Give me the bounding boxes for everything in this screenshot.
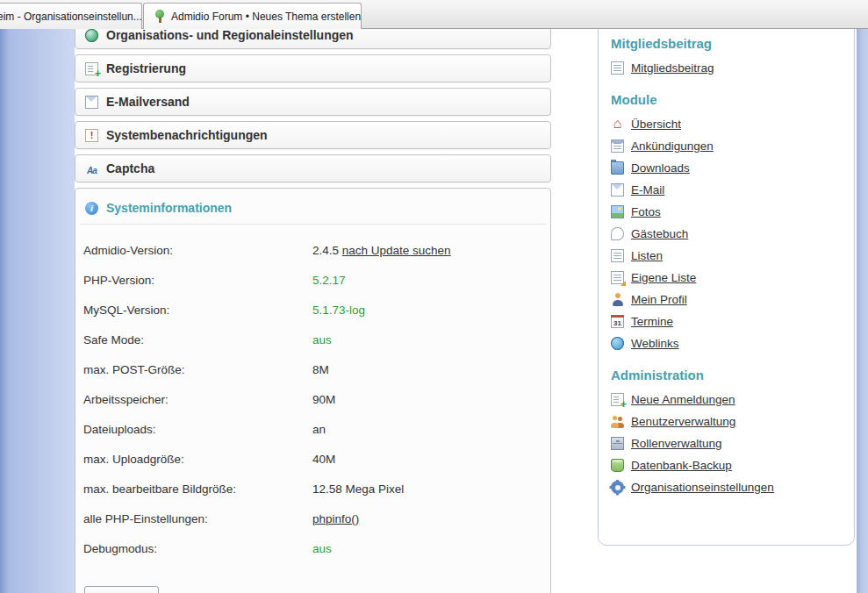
- notification-icon: [85, 129, 98, 142]
- sidebar-link[interactable]: Übersicht: [631, 118, 681, 131]
- page-left-margin: [0, 0, 75, 593]
- accordion-panel-e-mailversand[interactable]: E-Mailversand: [75, 88, 551, 116]
- sysinfo-value: 2.4.5 nach Update suchen: [312, 244, 451, 257]
- sidebar-link[interactable]: Ankündigungen: [631, 139, 714, 153]
- sidebar-link[interactable]: E-Mail: [631, 183, 664, 196]
- sysinfo-rows: Admidio-Version:2.4.5 nach Update suchen…: [75, 235, 550, 563]
- sysinfo-label: max. bearbeitbare Bildgröße:: [75, 482, 312, 496]
- sidebar-item-benutzerverwaltung[interactable]: Benutzerverwaltung: [611, 415, 854, 428]
- update-check-link[interactable]: nach Update suchen: [342, 244, 451, 257]
- sidebar-link[interactable]: Mein Profil: [631, 293, 687, 306]
- email-icon: [611, 183, 624, 196]
- sysinfo-label: PHP-Version:: [75, 274, 312, 287]
- tab-label: eim - Organisationseinstellun...: [0, 11, 142, 23]
- sidebar-item-weblinks[interactable]: Weblinks: [611, 337, 854, 350]
- panel-label: E-Mailversand: [106, 95, 190, 109]
- system-information-title: Systeminformationen: [106, 201, 232, 215]
- weblink-icon: [611, 337, 624, 350]
- sidebar-item-übersicht[interactable]: Übersicht: [611, 118, 854, 131]
- panel-label: Organisations- und Regionaleinstellungen: [106, 28, 354, 42]
- accordion-panel-captcha[interactable]: Captcha: [75, 154, 551, 182]
- sidebar-item-listen[interactable]: Listen: [611, 249, 854, 262]
- sidebar-section-module: ModuleÜbersichtAnkündigungenDownloadsE-M…: [611, 92, 854, 350]
- home-icon: [611, 118, 624, 131]
- backup-icon: [611, 459, 624, 472]
- sysinfo-row: alle PHP-Einstellungen:phpinfo(): [75, 504, 550, 533]
- mail-send-icon: [85, 96, 98, 109]
- sysinfo-row: max. Uploadgröße:40M: [75, 444, 550, 474]
- panel-label: Captcha: [106, 161, 154, 175]
- new-registration-icon: [611, 393, 624, 406]
- sidebar-link[interactable]: Datenbank-Backup: [631, 459, 732, 472]
- roles-icon: [611, 437, 624, 450]
- sysinfo-row: Arbeitsspeicher:90M: [75, 384, 550, 414]
- sysinfo-row: max. bearbeitbare Bildgröße:12.58 Mega P…: [75, 474, 550, 504]
- download-icon: [611, 161, 624, 175]
- sidebar-item-gästebuch[interactable]: Gästebuch: [611, 227, 854, 240]
- accordion-panels: Organisations- und Regionaleinstellungen…: [75, 21, 551, 182]
- sysinfo-value: aus: [312, 542, 332, 555]
- calendar-icon: [611, 315, 624, 328]
- sidebar-section-title: Module: [611, 92, 854, 107]
- sidebar-link[interactable]: Listen: [631, 249, 663, 262]
- sidebar-link[interactable]: Neue Anmeldungen: [631, 393, 735, 406]
- sysinfo-label: MySQL-Version:: [75, 304, 312, 317]
- users-icon: [611, 415, 624, 428]
- sidebar-link[interactable]: Termine: [631, 315, 673, 328]
- browser-tab-forum[interactable]: Admidio Forum • Neues Thema erstellen: [143, 3, 362, 29]
- sidebar-item-downloads[interactable]: Downloads: [611, 161, 854, 175]
- sidebar-item-termine[interactable]: Termine: [611, 315, 854, 328]
- list-icon: [611, 249, 624, 262]
- profile-icon: [611, 293, 624, 306]
- sysinfo-value: an: [312, 423, 326, 436]
- sidebar-link[interactable]: Fotos: [631, 205, 661, 218]
- browser-tab-bar: eim - Organisationseinstellun... Admidio…: [0, 0, 868, 29]
- sidebar-link[interactable]: Benutzerverwaltung: [631, 415, 735, 428]
- sidebar-item-neue-anmeldungen[interactable]: Neue Anmeldungen: [611, 393, 854, 406]
- tree-icon: [153, 10, 166, 23]
- sysinfo-row: Admidio-Version:2.4.5 nach Update suchen: [75, 235, 550, 265]
- page-right-margin: [857, 0, 868, 593]
- sysinfo-label: Arbeitsspeicher:: [75, 393, 312, 406]
- sidebar-item-mitgliedsbeitrag[interactable]: Mitgliedsbeitrag: [611, 61, 854, 75]
- sidebar-link[interactable]: Eigene Liste: [631, 271, 696, 284]
- doc-icon: [611, 61, 624, 75]
- settings-accordion: Organisations- und Regionaleinstellungen…: [75, 21, 551, 593]
- sidebar-item-organisationseinstellungen[interactable]: Organisationseinstellungen: [611, 481, 854, 494]
- sidebar-link[interactable]: Gästebuch: [631, 227, 688, 240]
- accordion-panel-systembenachrichtigungen[interactable]: Systembenachrichtigungen: [75, 121, 551, 149]
- sidebar-item-ankündigungen[interactable]: Ankündigungen: [611, 139, 854, 153]
- sidebar-item-e-mail[interactable]: E-Mail: [611, 183, 854, 196]
- announcement-icon: [611, 139, 624, 153]
- sysinfo-row: Dateiuploads:an: [75, 414, 550, 444]
- back-button[interactable]: ← Zurück: [84, 586, 159, 593]
- sidebar-item-datenbank-backup[interactable]: Datenbank-Backup: [611, 459, 854, 472]
- browser-tab-settings[interactable]: eim - Organisationseinstellun...: [0, 3, 142, 29]
- sysinfo-row: max. POST-Größe:8M: [75, 354, 550, 384]
- sidebar-item-rollenverwaltung[interactable]: Rollenverwaltung: [611, 437, 854, 450]
- sysinfo-value: 40M: [312, 453, 335, 466]
- panel-label: Registrierung: [106, 61, 186, 75]
- sysinfo-value: 5.2.17: [312, 274, 346, 287]
- sidebar-link[interactable]: Downloads: [631, 161, 690, 175]
- captcha-icon: [85, 162, 98, 175]
- photo-icon: [611, 205, 624, 218]
- own-list-icon: [611, 271, 624, 284]
- sidebar-section-administration: AdministrationNeue AnmeldungenBenutzerve…: [611, 368, 854, 494]
- sysinfo-value: 90M: [312, 393, 335, 406]
- registration-icon: [85, 62, 98, 75]
- sidebar-link[interactable]: Mitgliedsbeitrag: [631, 61, 714, 75]
- sidebar-link[interactable]: Rollenverwaltung: [631, 437, 722, 450]
- accordion-panel-registrierung[interactable]: Registrierung: [75, 54, 551, 82]
- sidebar-item-eigene-liste[interactable]: Eigene Liste: [611, 271, 854, 284]
- sysinfo-row: Safe Mode:aus: [75, 325, 550, 354]
- sidebar-section-title: Administration: [611, 368, 854, 382]
- sidebar-link[interactable]: Organisationseinstellungen: [631, 481, 774, 494]
- sidebar-link[interactable]: Weblinks: [631, 337, 679, 350]
- separator: [80, 224, 546, 225]
- sidebar-item-mein-profil[interactable]: Mein Profil: [611, 293, 854, 306]
- sysinfo-label: max. Uploadgröße:: [75, 453, 312, 466]
- system-information-header[interactable]: Systeminformationen: [75, 197, 550, 224]
- phpinfo-link[interactable]: phpinfo(): [312, 512, 359, 525]
- sidebar-item-fotos[interactable]: Fotos: [611, 205, 854, 218]
